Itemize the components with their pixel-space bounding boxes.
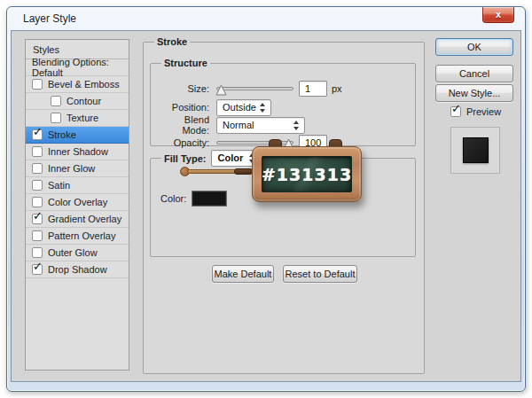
cancel-button[interactable]: Cancel (435, 65, 513, 82)
style-checkbox[interactable] (51, 96, 61, 106)
layer-style-dialog: Layer Style x Styles Blending Options: D… (6, 6, 526, 392)
chalkboard-surface: #131313 (262, 156, 352, 192)
preview-label: Preview (466, 106, 501, 117)
style-item-label: Satin (48, 180, 70, 191)
window-title: Layer Style (23, 12, 76, 25)
dialog-body: Styles Blending Options: DefaultBevel & … (11, 30, 521, 382)
spinner-arrows-icon (293, 121, 300, 130)
panel-title: Stroke (154, 36, 190, 47)
preview-option: ✓ Preview (450, 106, 501, 117)
preview-checkbox[interactable]: ✓ (450, 106, 461, 117)
ok-button[interactable]: OK (435, 38, 513, 56)
style-item-gradient-overlay[interactable]: ✓Gradient Overlay (26, 211, 129, 228)
reset-to-default-button[interactable]: Reset to Default (283, 265, 357, 283)
chalkboard-tooltip: #131313 (252, 138, 362, 202)
title-bar[interactable]: Layer Style x (7, 7, 525, 30)
style-item-label: Texture (66, 113, 98, 123)
stroke-panel: Stroke Structure Size: px Position: (143, 36, 425, 374)
style-checkbox[interactable]: ✓ (32, 214, 43, 224)
position-row: Position: Outside (160, 98, 408, 116)
size-slider-track[interactable] (216, 87, 293, 90)
check-icon: ✓ (451, 102, 461, 115)
style-item-label: Contour (66, 96, 101, 106)
color-label: Color: (160, 193, 186, 204)
close-button[interactable]: x (482, 7, 514, 23)
position-dropdown[interactable]: Outside (216, 99, 271, 116)
style-item-pattern-overlay[interactable]: Pattern Overlay (26, 228, 129, 245)
preview-thumbnail (450, 127, 500, 174)
make-default-button[interactable]: Make Default (212, 265, 274, 283)
size-label: Size: (160, 83, 209, 94)
fill-type-label: Fill Type: (164, 153, 206, 164)
structure-legend: Structure (161, 58, 210, 68)
size-row: Size: px (160, 80, 408, 98)
blend-mode-row: Blend Mode: Normal (160, 116, 408, 134)
position-value: Outside (223, 102, 256, 113)
pointer-grip-icon (234, 168, 253, 175)
fill-type-value: Color (217, 152, 243, 163)
color-hex-text: #131313 (262, 165, 352, 184)
style-item-label: Pattern Overlay (48, 230, 115, 241)
blend-mode-value: Normal (223, 120, 254, 130)
style-checkbox[interactable] (32, 163, 43, 174)
style-checkbox[interactable]: ✓ (32, 264, 43, 275)
check-icon: ✓ (33, 209, 43, 222)
style-item-inner-shadow[interactable]: Inner Shadow (26, 144, 129, 160)
style-item-contour[interactable]: Contour (26, 93, 129, 110)
size-input[interactable] (299, 81, 327, 97)
style-item-satin[interactable]: Satin (26, 177, 129, 194)
check-icon: ✓ (33, 260, 43, 273)
style-checkbox[interactable] (51, 113, 61, 123)
styles-list: Styles Blending Options: DefaultBevel & … (25, 39, 129, 371)
fill-type-legend: Fill Type: Color (161, 150, 263, 167)
style-checkbox[interactable] (32, 230, 43, 241)
close-icon: x (496, 9, 501, 20)
structure-group: Structure Size: px Position: Ou (150, 58, 416, 146)
style-item-inner-glow[interactable]: Inner Glow (26, 160, 129, 177)
spinner-arrows-icon (260, 103, 266, 113)
style-checkbox[interactable] (32, 146, 43, 157)
style-checkbox[interactable] (32, 247, 43, 258)
size-unit: px (332, 83, 342, 94)
chalkboard-frame: #131313 (252, 146, 362, 202)
style-item-label: Inner Shadow (48, 146, 108, 157)
new-style-button[interactable]: New Style... (435, 84, 513, 102)
style-item-label: Color Overlay (48, 197, 107, 207)
color-swatch[interactable] (192, 191, 227, 207)
style-item-label: Gradient Overlay (48, 214, 121, 224)
size-slider[interactable] (216, 83, 293, 95)
preview-style-swatch (463, 137, 489, 163)
blend-mode-dropdown[interactable]: Normal (216, 117, 305, 134)
style-item-label: Blending Options: Default (32, 57, 129, 78)
style-item-label: Bevel & Emboss (48, 79, 120, 90)
opacity-label: Opacity: (160, 137, 209, 148)
style-checkbox[interactable]: ✓ (32, 129, 43, 140)
check-icon: ✓ (33, 125, 43, 138)
style-item-drop-shadow[interactable]: ✓Drop Shadow (26, 261, 129, 278)
position-label: Position: (160, 102, 209, 113)
style-item-stroke[interactable]: ✓Stroke (26, 127, 129, 144)
slider-thumb-icon[interactable] (215, 83, 227, 99)
style-checkbox[interactable] (32, 180, 43, 191)
style-checkbox[interactable] (32, 197, 43, 207)
color-row: Color: (160, 191, 227, 207)
blend-mode-label: Blend Mode: (160, 114, 209, 136)
style-checkbox[interactable] (32, 79, 43, 90)
style-item-label: Stroke (48, 129, 76, 140)
style-item-label: Outer Glow (48, 247, 98, 258)
style-item-bevel-emboss[interactable]: Bevel & Emboss (26, 76, 129, 93)
style-item-blending-options-default[interactable]: Blending Options: Default (26, 59, 129, 76)
style-item-label: Inner Glow (48, 163, 95, 174)
style-item-label: Drop Shadow (48, 264, 107, 275)
